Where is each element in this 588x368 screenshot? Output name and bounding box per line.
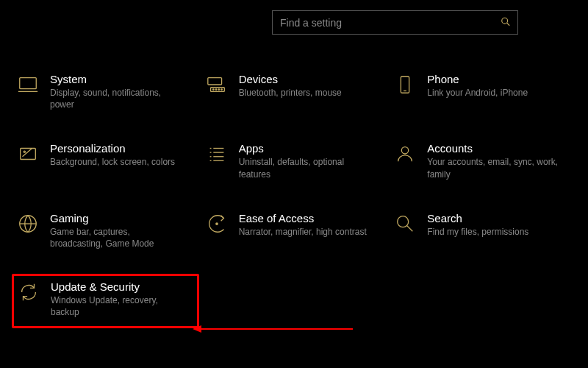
tile-title: Personalization	[50, 142, 195, 155]
svg-point-22	[402, 147, 409, 154]
tile-title: Apps	[239, 142, 384, 155]
tile-desc: Find my files, permissions	[427, 226, 559, 238]
tile-devices[interactable]: Devices Bluetooth, printers, mouse	[204, 70, 385, 113]
tile-accounts[interactable]: Accounts Your accounts, email, sync, wor…	[392, 139, 573, 183]
ease-of-access-icon	[205, 212, 229, 236]
tile-desc: Game bar, captures, broadcasting, Game M…	[50, 226, 182, 250]
search-container	[272, 10, 518, 35]
phone-icon	[393, 73, 417, 96]
svg-point-6	[212, 89, 214, 91]
svg-line-27	[407, 226, 413, 232]
svg-point-9	[220, 89, 222, 91]
tile-personalization[interactable]: Personalization Background, lock screen,…	[15, 139, 196, 183]
tile-search[interactable]: Search Find my files, permissions	[392, 209, 573, 252]
tile-title: Devices	[239, 73, 384, 85]
tile-ease-of-access[interactable]: Ease of Access Narrator, magnifier, high…	[204, 209, 385, 252]
tile-title: Update & Security	[51, 280, 194, 293]
search-tile-icon	[393, 212, 417, 236]
svg-point-26	[398, 216, 409, 227]
settings-grid: System Display, sound, notifications, po…	[15, 70, 573, 321]
search-input[interactable]	[272, 10, 518, 35]
svg-point-13	[24, 151, 25, 152]
tile-update-security[interactable]: Update & Security Windows Update, recove…	[12, 274, 199, 328]
tile-apps[interactable]: Apps Uninstall, defaults, optional featu…	[204, 139, 385, 183]
tile-desc: Uninstall, defaults, optional features	[239, 156, 371, 180]
tile-system[interactable]: System Display, sound, notifications, po…	[15, 70, 196, 113]
svg-rect-2	[20, 78, 37, 89]
svg-rect-4	[207, 78, 221, 85]
tile-title: Gaming	[50, 212, 195, 224]
tile-desc: Your accounts, email, sync, work, family	[427, 156, 559, 180]
tile-desc: Link your Android, iPhone	[427, 87, 559, 99]
tile-desc: Display, sound, notifications, power	[50, 87, 182, 110]
tile-desc: Background, lock screen, colors	[50, 156, 182, 168]
tile-title: Search	[427, 212, 572, 224]
tile-title: Phone	[427, 73, 572, 85]
svg-point-8	[218, 89, 220, 91]
svg-rect-12	[21, 149, 36, 160]
apps-icon	[205, 142, 229, 166]
tile-desc: Narrator, magnifier, high contrast	[239, 226, 371, 238]
update-security-icon	[17, 280, 40, 304]
svg-point-7	[215, 89, 217, 91]
tile-desc: Windows Update, recovery, backup	[51, 294, 183, 318]
tile-desc: Bluetooth, printers, mouse	[239, 87, 371, 99]
tile-gaming[interactable]: Gaming Game bar, captures, broadcasting,…	[15, 209, 196, 252]
tile-title: Ease of Access	[239, 212, 384, 224]
devices-icon	[205, 73, 229, 96]
tile-phone[interactable]: Phone Link your Android, iPhone	[392, 70, 573, 113]
tile-title: System	[50, 73, 195, 85]
svg-point-25	[215, 222, 218, 225]
personalization-icon	[16, 142, 40, 166]
accounts-icon	[393, 142, 417, 166]
gaming-icon	[16, 212, 40, 236]
tile-title: Accounts	[427, 142, 572, 155]
system-icon	[16, 73, 40, 96]
annotation-arrow	[193, 324, 354, 334]
